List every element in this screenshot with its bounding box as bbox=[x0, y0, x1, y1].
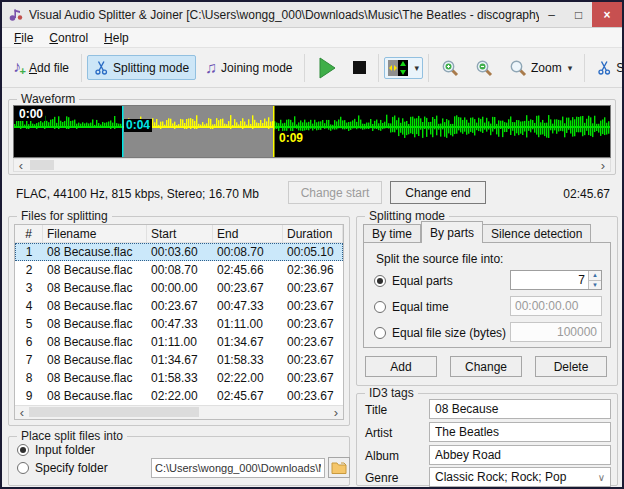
title-bar[interactable]: Visual Audio Splitter & Joiner [C:\Users… bbox=[2, 2, 622, 28]
table-row[interactable]: 5 08 Because.flac 00:47.33 01:11.00 00:2… bbox=[15, 315, 343, 333]
waveform-scrollbar[interactable]: ‹ › bbox=[13, 158, 611, 172]
equal-time-value: 00:00:00.00 bbox=[511, 299, 578, 313]
split-button[interactable]: Split bbox=[590, 55, 624, 80]
specify-folder-radio[interactable]: Specify folder bbox=[17, 461, 108, 475]
equal-time-radio[interactable]: Equal time bbox=[374, 300, 449, 314]
total-time: 02:45.67 bbox=[563, 187, 610, 201]
toolbar-separator bbox=[81, 54, 82, 82]
scroll-right-arrow[interactable]: › bbox=[596, 159, 610, 171]
genre-select[interactable]: Classic Rock; Rock; Pop ∨ bbox=[429, 467, 611, 487]
equal-parts-spinner[interactable]: 7 ▲ ▼ bbox=[510, 270, 602, 290]
table-row[interactable]: 7 08 Because.flac 01:34.67 01:58.33 00:2… bbox=[15, 351, 343, 369]
change-button[interactable]: Change bbox=[450, 356, 522, 377]
tab-silence-detection[interactable]: Silence detection bbox=[483, 224, 591, 243]
stop-icon bbox=[353, 61, 366, 74]
spinner-up-icon[interactable]: ▲ bbox=[589, 271, 601, 281]
album-input[interactable] bbox=[429, 445, 611, 465]
cell-end: 00:23.67 bbox=[213, 281, 283, 295]
maximize-button[interactable]: □ bbox=[565, 2, 592, 27]
column-header-end[interactable]: End bbox=[213, 225, 283, 242]
cell-filename: 08 Because.flac bbox=[43, 335, 147, 349]
cell-end: 02:22.00 bbox=[213, 371, 283, 385]
window-controls: – □ × bbox=[538, 2, 622, 27]
place-split-files-group: Place split files into Input folder Spec… bbox=[8, 436, 350, 486]
table-row[interactable]: 9 08 Because.flac 02:22.00 02:45.67 00:2… bbox=[15, 387, 343, 405]
cell-number: 1 bbox=[15, 245, 43, 259]
artist-input[interactable] bbox=[429, 422, 611, 442]
zoom-dropdown-button[interactable]: Zoom ▾ bbox=[502, 54, 579, 82]
cell-filename: 08 Because.flac bbox=[43, 245, 147, 259]
toolbar-separator bbox=[304, 54, 305, 82]
menu-control[interactable]: Control bbox=[41, 29, 96, 47]
joining-mode-button[interactable]: ♫ Joining mode bbox=[198, 56, 299, 80]
selection-start-label: 0:04 bbox=[124, 119, 152, 132]
cell-start: 00:23.67 bbox=[147, 299, 213, 313]
tab-by-time[interactable]: By time bbox=[363, 224, 421, 243]
cell-number: 3 bbox=[15, 281, 43, 295]
equal-size-radio[interactable]: Equal file size (bytes) bbox=[374, 326, 506, 340]
close-button[interactable]: × bbox=[592, 2, 622, 27]
scissors-icon bbox=[94, 60, 109, 75]
equal-parts-radio[interactable]: Equal parts bbox=[374, 274, 453, 288]
input-folder-label: Input folder bbox=[35, 443, 95, 457]
cell-duration: 00:23.67 bbox=[283, 317, 343, 331]
waveform-scroll-thumb[interactable] bbox=[30, 160, 54, 170]
table-scrollbar[interactable]: ‹ › bbox=[15, 405, 343, 419]
table-row[interactable]: 8 08 Because.flac 01:58.33 02:22.00 00:2… bbox=[15, 369, 343, 387]
display-mode-caret-icon: ▾ bbox=[414, 63, 419, 73]
table-row[interactable]: 2 08 Because.flac 00:08.70 02:45.66 02:3… bbox=[15, 261, 343, 279]
browse-folder-button[interactable] bbox=[328, 457, 350, 478]
toolbar-separator bbox=[378, 54, 379, 82]
cell-filename: 08 Because.flac bbox=[43, 353, 147, 367]
table-row[interactable]: 1 08 Because.flac 00:03.60 00:08.70 00:0… bbox=[15, 243, 343, 261]
zoom-label: Zoom bbox=[531, 61, 562, 75]
waveform-canvas[interactable]: 0:00 0:04 0:09 bbox=[13, 105, 611, 158]
input-folder-radio[interactable]: Input folder bbox=[17, 443, 95, 457]
magnifier-icon bbox=[509, 59, 527, 77]
spinner-down-icon[interactable]: ▼ bbox=[589, 281, 601, 290]
add-button[interactable]: Add bbox=[365, 356, 437, 377]
zoom-in-button[interactable] bbox=[434, 54, 466, 82]
cell-start: 01:34.67 bbox=[147, 353, 213, 367]
display-mode-button[interactable]: ▾ bbox=[384, 57, 423, 79]
selection-end-label: 0:09 bbox=[277, 132, 305, 145]
table-row[interactable]: 3 08 Because.flac 00:00.00 00:23.67 00:2… bbox=[15, 279, 343, 297]
title-input[interactable] bbox=[429, 399, 611, 419]
table-row[interactable]: 4 08 Because.flac 00:23.67 00:47.33 00:2… bbox=[15, 297, 343, 315]
menu-file[interactable]: File bbox=[6, 29, 41, 47]
menu-help[interactable]: Help bbox=[96, 29, 137, 47]
table-scroll-thumb[interactable] bbox=[29, 407, 199, 417]
equal-size-value: 100000 bbox=[511, 325, 601, 339]
table-scroll-right-arrow[interactable]: › bbox=[329, 406, 343, 419]
splitting-mode-button[interactable]: Splitting mode bbox=[87, 55, 196, 80]
stop-button[interactable] bbox=[346, 56, 373, 79]
add-file-button[interactable]: ♪ + Add file bbox=[6, 55, 76, 80]
split-heading: Split the source file into: bbox=[376, 252, 503, 266]
change-end-button[interactable]: Change end bbox=[390, 181, 486, 204]
equal-parts-label: Equal parts bbox=[392, 274, 453, 288]
folder-path-input[interactable] bbox=[151, 458, 325, 478]
scroll-left-arrow[interactable]: ‹ bbox=[14, 159, 28, 171]
title-label: Title bbox=[365, 403, 387, 417]
tab-by-parts[interactable]: By parts bbox=[421, 221, 483, 243]
table-row[interactable]: 6 08 Because.flac 01:11.00 01:34.67 00:2… bbox=[15, 333, 343, 351]
cell-number: 8 bbox=[15, 371, 43, 385]
change-start-button: Change start bbox=[288, 181, 382, 204]
cell-filename: 08 Because.flac bbox=[43, 371, 147, 385]
column-header-filename[interactable]: Filename bbox=[43, 225, 147, 242]
cell-start: 01:11.00 bbox=[147, 335, 213, 349]
column-header-duration[interactable]: Duration bbox=[283, 225, 343, 242]
artist-label: Artist bbox=[365, 426, 392, 440]
add-file-icon: ♪ + bbox=[13, 60, 21, 75]
zoom-out-button[interactable] bbox=[468, 54, 500, 82]
waveform-group-label: Waveform bbox=[17, 92, 79, 106]
radio-unselected-icon bbox=[17, 462, 29, 474]
column-header-number[interactable]: # bbox=[15, 225, 43, 242]
minimize-button[interactable]: – bbox=[538, 2, 565, 27]
delete-button[interactable]: Delete bbox=[535, 356, 607, 377]
menu-bar: File Control Help bbox=[2, 28, 622, 48]
play-button[interactable] bbox=[310, 52, 344, 84]
place-group-label: Place split files into bbox=[17, 429, 127, 443]
table-scroll-left-arrow[interactable]: ‹ bbox=[15, 406, 29, 419]
column-header-start[interactable]: Start bbox=[147, 225, 213, 242]
